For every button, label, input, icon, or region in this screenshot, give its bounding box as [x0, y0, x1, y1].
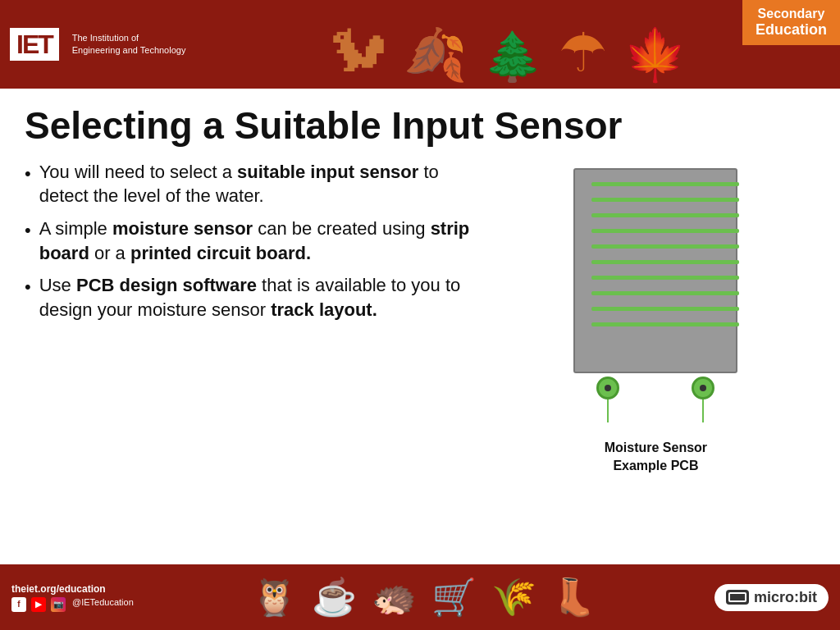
boots-icon: 👢: [551, 576, 596, 619]
pcb-line-1: [591, 182, 739, 186]
pcb-connector-left: [596, 377, 619, 422]
pcb-line-3: [591, 213, 739, 217]
pcb-caption-line2: Example PCB: [613, 459, 698, 472]
twitter-handle: @IETeducation: [72, 597, 134, 612]
iet-logo: IET The Institution of Engineering and T…: [10, 28, 185, 61]
iet-tagline-line2: Engineering and Technology: [72, 45, 186, 55]
bullet-item-2: • A simple moisture sensor can be create…: [25, 217, 472, 265]
bullet-dot-1: •: [25, 160, 31, 208]
iet-tagline: The Institution of Engineering and Techn…: [72, 32, 186, 57]
microbit-label: micro:bit: [754, 589, 817, 606]
secondary-label: Secondary: [756, 7, 827, 21]
owl-icon: 🦉: [252, 576, 297, 619]
bullet-text-1: You will need to select a suitable input…: [39, 160, 472, 208]
bullet-list: • You will need to select a suitable inp…: [25, 160, 472, 556]
bullet-dot-2: •: [25, 217, 31, 265]
pcb-line-7: [591, 276, 739, 280]
pcb-connector-right: [692, 377, 714, 422]
pcb-section: Moisture Sensor Example PCB: [496, 160, 815, 556]
pcb-line-2: [591, 198, 739, 202]
footer: theiet.org/education f ▶ 📷 @IETeducation…: [0, 564, 840, 630]
pcb-stem-left: [607, 399, 609, 422]
wheelbarrow-icon: 🛒: [431, 576, 477, 619]
footer-animals: 🦉 ☕ 🦔 🛒 🌾 👢: [134, 564, 714, 630]
youtube-icon[interactable]: ▶: [31, 597, 46, 612]
bullet-text-3: Use PCB design software that is availabl…: [39, 273, 472, 322]
page-title: Selecting a Suitable Input Sensor: [25, 105, 815, 147]
bullet-item-3: • Use PCB design software that is availa…: [25, 273, 472, 322]
education-label: Education: [756, 21, 827, 39]
pcb-line-6: [591, 260, 739, 264]
pcb-line-4: [591, 229, 739, 233]
content-area: • You will need to select a suitable inp…: [25, 160, 815, 556]
hedgehog-icon: 🦔: [372, 576, 417, 619]
umbrella-icon: ☂: [559, 21, 607, 84]
wheat-icon: 🌾: [491, 576, 536, 619]
pcb-board: [573, 168, 737, 373]
header: IET The Institution of Engineering and T…: [0, 0, 840, 89]
pinecone-icon: 🌲: [483, 29, 542, 84]
squirrel-icon: 🐿: [330, 19, 387, 84]
microbit-icon-inner: [728, 592, 746, 602]
iet-tagline-line1: The Institution of: [72, 33, 139, 43]
pcb-stem-right: [702, 399, 704, 422]
pcb-line-8: [591, 291, 739, 295]
pcb-line-5: [591, 244, 739, 249]
iet-logo-box: IET: [10, 28, 59, 61]
leaf-icon: 🍂: [404, 25, 467, 84]
pcb-circle-right: [692, 377, 714, 399]
pcb-diagram: [565, 168, 746, 398]
pcb-dot-right: [700, 385, 706, 391]
facebook-icon[interactable]: f: [11, 597, 26, 612]
microbit-logo-icon: [726, 590, 749, 605]
footer-url: theiet.org/education: [11, 583, 134, 595]
iet-letters: IET: [16, 31, 52, 57]
pcb-caption: Moisture Sensor Example PCB: [605, 439, 707, 476]
pcb-lines: [591, 182, 739, 326]
pcb-line-9: [591, 307, 739, 311]
mug-icon: ☕: [312, 576, 357, 619]
pcb-caption-line1: Moisture Sensor: [605, 441, 707, 454]
bullet-dot-3: •: [25, 273, 31, 322]
footer-social: f ▶ 📷 @IETeducation: [11, 597, 134, 612]
main-content: Selecting a Suitable Input Sensor • You …: [0, 89, 840, 564]
header-animals: 🐿 🍂 🌲 ☂ 🍁: [185, 0, 830, 89]
bullet-text-2: A simple moisture sensor can be created …: [39, 217, 472, 265]
pcb-circle-left: [596, 377, 619, 399]
footer-left: theiet.org/education f ▶ 📷 @IETeducation: [11, 583, 134, 612]
bullet-item-1: • You will need to select a suitable inp…: [25, 160, 472, 208]
secondary-badge: Secondary Education: [742, 0, 840, 45]
instagram-icon[interactable]: 📷: [51, 597, 66, 612]
acorn-icon: 🍁: [623, 25, 687, 84]
microbit-badge: micro:bit: [714, 584, 829, 611]
pcb-line-10: [591, 322, 739, 326]
pcb-dot-left: [605, 385, 611, 391]
